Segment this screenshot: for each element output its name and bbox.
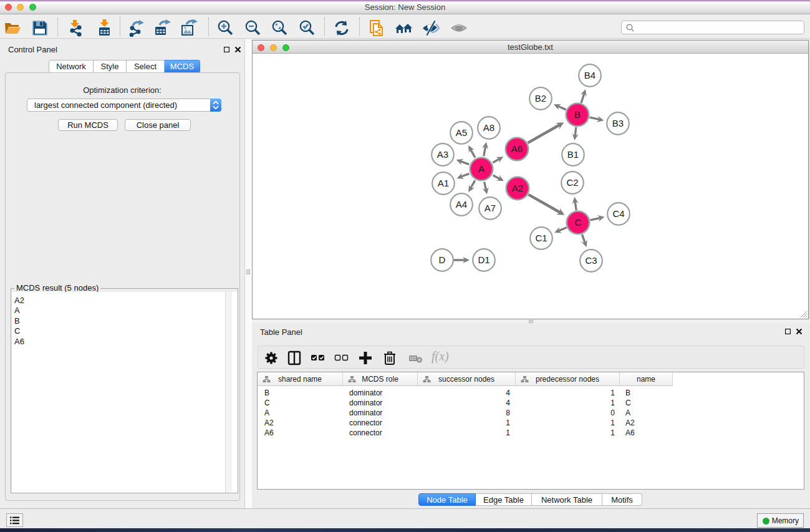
svg-text:D1: D1 xyxy=(478,254,489,265)
svg-text:C1: C1 xyxy=(535,233,547,243)
svg-text:B: B xyxy=(574,109,581,120)
svg-text:B1: B1 xyxy=(567,149,579,160)
svg-text:A: A xyxy=(478,163,485,174)
svg-text:A1: A1 xyxy=(438,178,449,188)
svg-text:A5: A5 xyxy=(456,127,467,138)
svg-text:B4: B4 xyxy=(584,70,595,80)
svg-text:A4: A4 xyxy=(456,199,467,210)
svg-text:B3: B3 xyxy=(612,118,624,128)
svg-text:A6: A6 xyxy=(511,143,523,154)
svg-text:A8: A8 xyxy=(483,122,494,133)
svg-text:C2: C2 xyxy=(566,177,578,188)
svg-text:A7: A7 xyxy=(485,203,496,213)
svg-text:A2: A2 xyxy=(512,183,523,193)
svg-text:C3: C3 xyxy=(585,255,597,266)
svg-text:A3: A3 xyxy=(437,149,448,160)
svg-text:B2: B2 xyxy=(535,93,546,104)
svg-text:C: C xyxy=(575,217,582,228)
svg-text:D: D xyxy=(439,254,446,265)
svg-text:C4: C4 xyxy=(612,208,624,219)
